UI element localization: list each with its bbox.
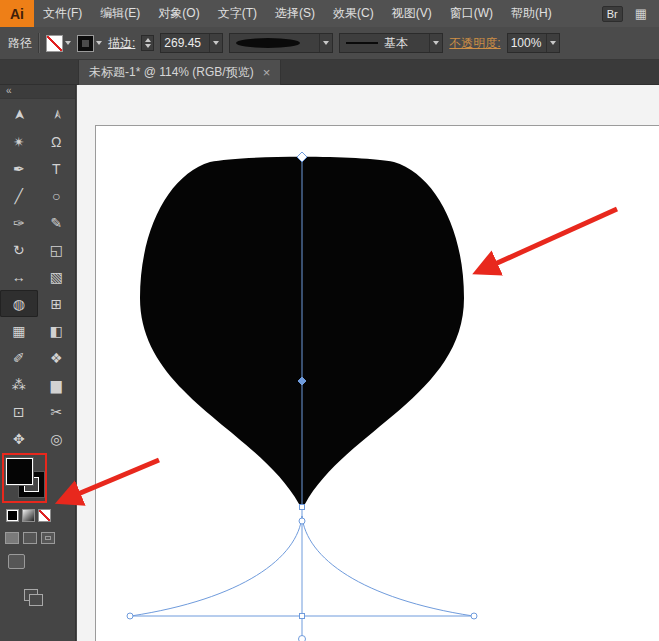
perspective-grid-tool[interactable]: ⊞	[38, 290, 76, 317]
type-tool[interactable]: T	[38, 155, 76, 182]
color-mode-buttons	[0, 507, 75, 522]
highlight-rectangle	[2, 453, 47, 503]
chevron-down-icon	[213, 41, 219, 45]
blend-tool[interactable]: ❖	[38, 344, 76, 371]
symbol-sprayer-tool[interactable]: ⁂	[0, 371, 38, 398]
width-tool[interactable]: ↔	[0, 263, 38, 290]
menu-object[interactable]: 对象(O)	[149, 0, 208, 27]
brush-name-label: 基本	[384, 35, 408, 52]
document-title: 未标题-1* @ 114% (RGB/预览)	[89, 64, 254, 81]
brush-stroke-preview-icon	[346, 42, 378, 44]
opacity-panel-link[interactable]: 不透明度:	[449, 35, 500, 52]
screen-mode-button[interactable]	[8, 554, 25, 569]
drawing-mode-buttons	[0, 522, 75, 544]
stroke-width-stepper[interactable]	[141, 35, 154, 51]
close-tab-icon[interactable]: ×	[263, 66, 271, 79]
zoom-tool[interactable]: ◎	[38, 425, 76, 452]
tools-grid: ➤ ➣ ✴ Ω ✒ T ╱ ○ ✑ ✎ ↻ ◱ ↔ ▧ ◍ ⊞ ▦ ◧ ✐ ❖ …	[0, 99, 75, 452]
pencil-tool[interactable]: ✎	[38, 209, 76, 236]
app-logo[interactable]: Ai	[0, 0, 34, 27]
stroke-width-dropdown[interactable]	[209, 34, 222, 52]
draw-behind-button[interactable]	[23, 532, 37, 544]
control-bar: 路径 描边: 基本 不透明度:	[0, 27, 659, 60]
gradient-tool[interactable]: ◧	[38, 317, 76, 344]
main-menu: 文件(F) 编辑(E) 对象(O) 文字(T) 选择(S) 效果(C) 视图(V…	[34, 0, 561, 27]
menu-type[interactable]: 文字(T)	[209, 0, 266, 27]
width-profile-dropdown[interactable]	[229, 33, 333, 53]
shape-builder-tool[interactable]: ◍	[0, 290, 38, 317]
gradient-button[interactable]	[22, 509, 35, 522]
stepper-up-icon[interactable]	[145, 38, 151, 42]
stroke-panel-link[interactable]: 描边:	[108, 35, 135, 52]
menu-file[interactable]: 文件(F)	[34, 0, 91, 27]
draw-normal-button[interactable]	[5, 532, 19, 544]
menu-bar: Ai 文件(F) 编辑(E) 对象(O) 文字(T) 选择(S) 效果(C) 视…	[0, 0, 659, 28]
none-button[interactable]	[38, 509, 51, 522]
stepper-down-icon[interactable]	[145, 44, 151, 48]
stroke-swatch-icon[interactable]	[77, 35, 94, 52]
brush-definition-dropdown[interactable]: 基本	[339, 33, 443, 53]
chevron-down-icon	[433, 41, 439, 45]
menu-select[interactable]: 选择(S)	[266, 0, 324, 27]
ellipse-tool[interactable]: ○	[38, 182, 76, 209]
selection-type-label: 路径	[8, 35, 32, 52]
stroke-width-input[interactable]	[161, 36, 209, 50]
chevron-down-icon	[550, 41, 556, 45]
menu-view[interactable]: 视图(V)	[383, 0, 441, 27]
brush-caret[interactable]	[429, 34, 442, 52]
tools-panel: « ➤ ➣ ✴ Ω ✒ T ╱ ○ ✑ ✎ ↻ ◱ ↔ ▧ ◍ ⊞ ▦ ◧ ✐ …	[0, 85, 76, 641]
menu-window[interactable]: 窗口(W)	[441, 0, 502, 27]
chevron-down-icon[interactable]	[65, 41, 71, 45]
opacity-dropdown[interactable]	[546, 34, 559, 52]
fill-color-control[interactable]	[46, 35, 71, 52]
mesh-tool[interactable]: ▦	[0, 317, 38, 344]
slice-tool[interactable]: ✂	[38, 398, 76, 425]
chevron-down-icon	[323, 41, 329, 45]
opacity-field	[507, 33, 560, 53]
paintbrush-tool[interactable]: ✑	[0, 209, 38, 236]
workspace-switcher-icon[interactable]: ▦	[635, 6, 647, 21]
stroke-width-field	[160, 33, 223, 53]
chevron-down-icon[interactable]	[96, 41, 102, 45]
divider	[38, 33, 40, 53]
menu-effect[interactable]: 效果(C)	[324, 0, 383, 27]
selection-tool[interactable]: ➤	[5, 96, 32, 134]
direct-selection-tool[interactable]: ➣	[43, 96, 70, 134]
column-graph-tool[interactable]: ▆	[38, 371, 76, 398]
free-transform-tool[interactable]: ▧	[38, 263, 76, 290]
hand-tool[interactable]: ✥	[0, 425, 38, 452]
fill-swatch-icon[interactable]	[46, 35, 63, 52]
eyedropper-tool[interactable]: ✐	[0, 344, 38, 371]
rotate-tool[interactable]: ↻	[0, 236, 38, 263]
stroke-color-control[interactable]	[77, 35, 102, 52]
document-tab[interactable]: 未标题-1* @ 114% (RGB/预览) ×	[78, 60, 281, 85]
menu-edit[interactable]: 编辑(E)	[91, 0, 149, 27]
opacity-input[interactable]	[508, 36, 546, 50]
line-segment-tool[interactable]: ╱	[0, 182, 38, 209]
scale-tool[interactable]: ◱	[38, 236, 76, 263]
pen-tool[interactable]: ✒	[0, 155, 38, 182]
document-tab-bar: 未标题-1* @ 114% (RGB/预览) ×	[0, 60, 659, 85]
canvas[interactable]	[77, 85, 659, 641]
menubar-right: Br ▦	[602, 6, 659, 22]
bridge-button[interactable]: Br	[602, 6, 623, 22]
width-profile-caret[interactable]	[319, 34, 332, 52]
color-button[interactable]	[6, 509, 19, 522]
collapsed-panels-icon[interactable]	[24, 589, 38, 601]
artboard-tool[interactable]: ⊡	[0, 398, 38, 425]
draw-inside-button[interactable]	[41, 532, 55, 544]
artboard[interactable]	[95, 125, 659, 641]
width-profile-preview-icon	[236, 38, 300, 48]
menu-help[interactable]: 帮助(H)	[502, 0, 561, 27]
